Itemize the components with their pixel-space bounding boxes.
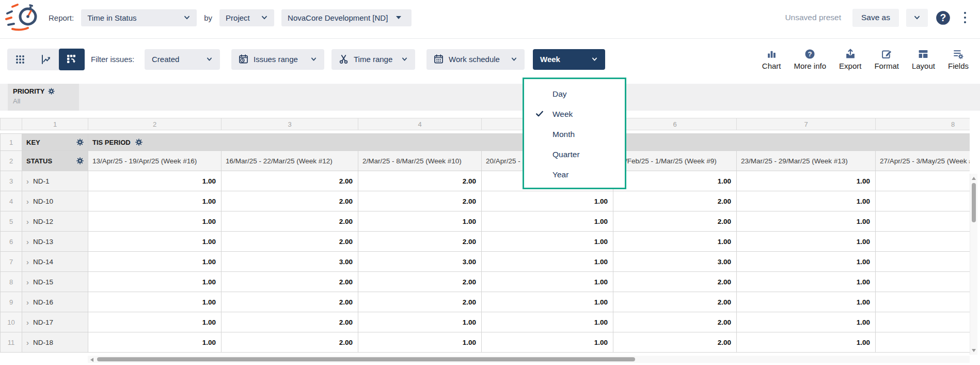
value-cell[interactable]: 2.00	[358, 171, 482, 191]
value-cell[interactable]: 2.00	[358, 191, 482, 211]
value-cell[interactable]	[876, 292, 970, 312]
scroll-left-arrow-icon[interactable]	[90, 358, 93, 362]
menu-item-day[interactable]: Day	[524, 84, 625, 104]
gear-icon[interactable]	[76, 157, 84, 164]
expand-chevron-icon[interactable]: ›	[26, 218, 29, 225]
value-cell[interactable]: 1.00	[737, 312, 876, 332]
value-cell[interactable]: 1.00	[482, 332, 613, 353]
group-by-select[interactable]: Project	[219, 9, 274, 26]
row-number[interactable]: 1	[1, 134, 22, 151]
value-cell[interactable]: 2.00	[613, 211, 737, 232]
value-cell[interactable]: 1.00	[737, 332, 876, 353]
column-number[interactable]: 4	[358, 118, 482, 130]
help-button[interactable]	[935, 10, 951, 26]
more-info-button[interactable]: More info	[794, 49, 827, 70]
gear-icon[interactable]	[48, 88, 55, 95]
value-cell[interactable]: 1.00	[88, 211, 222, 232]
filter-created-select[interactable]: Created	[145, 49, 220, 70]
gear-icon[interactable]	[135, 139, 143, 146]
row-number[interactable]: 3	[1, 171, 22, 191]
expand-chevron-icon[interactable]: ›	[26, 238, 29, 246]
row-number[interactable]: 8	[1, 272, 22, 292]
value-cell[interactable]: 1.00	[737, 252, 876, 272]
value-cell[interactable]: 1.00	[358, 332, 482, 353]
layout-button[interactable]: Layout	[912, 49, 935, 70]
value-cell[interactable]: 2.00	[222, 171, 358, 191]
value-cell[interactable]: 1.00	[482, 211, 613, 232]
value-cell[interactable]: 1.00	[358, 211, 482, 232]
menu-item-week[interactable]: Week	[524, 104, 625, 124]
value-cell[interactable]: 2.00	[222, 191, 358, 211]
value-cell[interactable]: 1.00	[88, 171, 222, 191]
row-number[interactable]: 2	[1, 151, 22, 171]
issue-key-cell[interactable]: ›ND-15	[22, 272, 88, 292]
value-cell[interactable]: 2.00	[613, 312, 737, 332]
menu-item-year[interactable]: Year	[524, 164, 625, 185]
value-cell[interactable]	[876, 312, 970, 332]
value-cell[interactable]: 1.00	[482, 191, 613, 211]
grid-view-button[interactable]	[7, 49, 33, 70]
period-column-header[interactable]: 23/Feb/25 - 1/Mar/25 (Week #9)	[613, 151, 737, 171]
row-number[interactable]: 7	[1, 252, 22, 272]
value-cell[interactable]	[876, 272, 970, 292]
value-cell[interactable]: 1.00	[482, 252, 613, 272]
value-cell[interactable]: 2.00	[222, 232, 358, 252]
value-cell[interactable]: 2.00	[613, 191, 737, 211]
gear-icon[interactable]	[76, 139, 84, 146]
value-cell[interactable]: 2.00	[613, 292, 737, 312]
value-cell[interactable]: 1.00	[88, 312, 222, 332]
key-column-header[interactable]: KEY	[22, 134, 88, 151]
scroll-up-arrow-icon[interactable]	[972, 177, 976, 180]
row-number[interactable]: 6	[1, 232, 22, 252]
expand-chevron-icon[interactable]: ›	[26, 258, 29, 266]
value-cell[interactable]: 2.00	[358, 292, 482, 312]
value-cell[interactable]: 2.00	[222, 292, 358, 312]
value-cell[interactable]: 2.00	[358, 272, 482, 292]
expand-chevron-icon[interactable]: ›	[26, 339, 29, 346]
project-select[interactable]: NovaCore Development [ND]	[281, 9, 412, 26]
value-cell[interactable]	[876, 171, 970, 191]
value-cell[interactable]	[876, 191, 970, 211]
value-cell[interactable]: 2.00	[222, 312, 358, 332]
export-button[interactable]: Export	[839, 49, 861, 70]
value-cell[interactable]	[876, 252, 970, 272]
value-cell[interactable]: 1.00	[358, 312, 482, 332]
issue-key-cell[interactable]: ›ND-17	[22, 312, 88, 332]
period-select[interactable]: Week	[533, 49, 605, 70]
more-options-kebab-button[interactable]	[958, 10, 972, 26]
report-type-select[interactable]: Time in Status	[81, 9, 197, 26]
row-number[interactable]: 11	[1, 332, 22, 353]
issues-range-button[interactable]: Issues range	[231, 49, 324, 70]
row-number[interactable]: 4	[1, 191, 22, 211]
value-cell[interactable]: 1.00	[737, 211, 876, 232]
column-number[interactable]: 6	[613, 118, 737, 130]
value-cell[interactable]: 2.00	[613, 332, 737, 353]
row-number[interactable]: 10	[1, 312, 22, 332]
period-column-header[interactable]: 23/Mar/25 - 29/Mar/25 (Week #13)	[737, 151, 876, 171]
period-column-header[interactable]: 2/Mar/25 - 8/Mar/25 (Week #10)	[358, 151, 482, 171]
value-cell[interactable]: 1.00	[88, 292, 222, 312]
expand-chevron-icon[interactable]: ›	[26, 177, 29, 185]
issue-key-cell[interactable]: ›ND-13	[22, 232, 88, 252]
value-cell[interactable]: 1.00	[88, 332, 222, 353]
value-cell[interactable]: 1.00	[613, 171, 737, 191]
value-cell[interactable]: 1.00	[482, 232, 613, 252]
value-cell[interactable]: 1.00	[737, 272, 876, 292]
value-cell[interactable]: 1.00	[88, 232, 222, 252]
vertical-scrollbar-thumb[interactable]	[972, 183, 976, 222]
value-cell[interactable]: 1.00	[737, 191, 876, 211]
value-cell[interactable]: 1.00	[737, 292, 876, 312]
column-number[interactable]: 7	[737, 118, 876, 130]
value-cell[interactable]: 1.00	[482, 292, 613, 312]
expand-chevron-icon[interactable]: ›	[26, 298, 29, 306]
horizontal-scrollbar-thumb[interactable]	[97, 357, 635, 361]
value-cell[interactable]: 1.00	[482, 312, 613, 332]
chart-view-button[interactable]	[33, 49, 59, 70]
value-cell[interactable]	[876, 332, 970, 353]
value-cell[interactable]: 1.00	[88, 252, 222, 272]
value-cell[interactable]	[876, 232, 970, 252]
value-cell[interactable]: 2.00	[222, 272, 358, 292]
horizontal-scrollbar[interactable]	[88, 356, 970, 363]
period-column-header[interactable]: 16/Mar/25 - 22/Mar/25 (Week #12)	[222, 151, 358, 171]
period-column-header[interactable]: 27/Apr/25 - 3/May/25 (Week #18)	[876, 151, 970, 171]
